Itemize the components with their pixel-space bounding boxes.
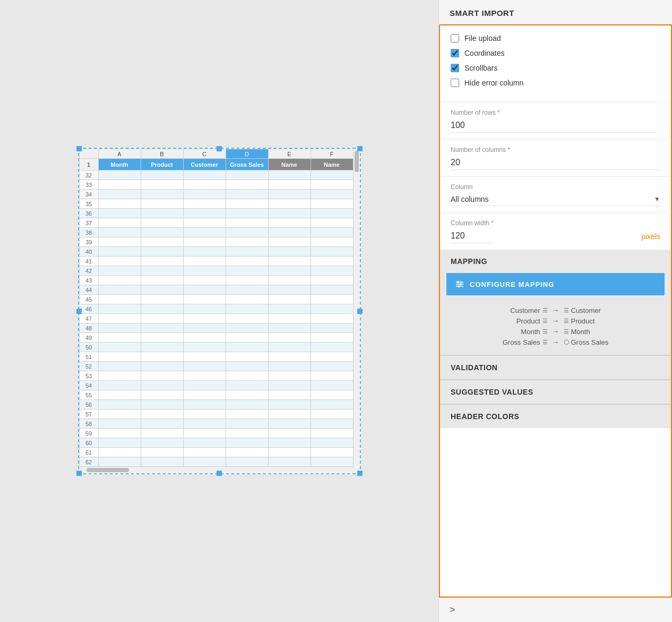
cell[interactable]: [183, 276, 226, 285]
cell[interactable]: [311, 419, 353, 429]
cell[interactable]: [98, 180, 141, 190]
file-upload-checkbox[interactable]: [451, 34, 459, 42]
cell[interactable]: [268, 199, 311, 209]
cell[interactable]: [183, 209, 226, 218]
cell[interactable]: [98, 333, 141, 343]
cell[interactable]: [141, 400, 183, 410]
cell[interactable]: [268, 247, 311, 257]
vertical-scrollbar[interactable]: [354, 149, 360, 467]
cell[interactable]: [268, 276, 311, 285]
cell[interactable]: [311, 247, 353, 257]
cell[interactable]: [141, 419, 183, 429]
cell[interactable]: [268, 457, 311, 467]
cell[interactable]: [268, 171, 311, 180]
cell[interactable]: [183, 266, 226, 276]
cell[interactable]: [311, 400, 353, 410]
cell[interactable]: [183, 257, 226, 266]
cell[interactable]: [268, 209, 311, 218]
cell[interactable]: [226, 362, 268, 371]
cell[interactable]: [98, 390, 141, 400]
column-select[interactable]: All columns Column A Column B Column C C…: [451, 195, 654, 203]
cell[interactable]: [226, 438, 268, 448]
cell[interactable]: [183, 295, 226, 304]
cell[interactable]: [141, 362, 183, 371]
cell[interactable]: [226, 266, 268, 276]
cell[interactable]: [141, 314, 183, 323]
cell[interactable]: [183, 390, 226, 400]
cell[interactable]: [141, 410, 183, 419]
cell[interactable]: [183, 429, 226, 438]
cell[interactable]: [311, 237, 353, 247]
cell[interactable]: [98, 457, 141, 467]
cell[interactable]: [311, 410, 353, 419]
handle-top-right[interactable]: [357, 146, 363, 151]
cell[interactable]: [183, 199, 226, 209]
cell[interactable]: [311, 257, 353, 266]
vertical-scrollbar-thumb[interactable]: [355, 151, 359, 172]
cell[interactable]: [183, 314, 226, 323]
cell[interactable]: [183, 228, 226, 237]
cell[interactable]: [141, 323, 183, 333]
cell[interactable]: [141, 343, 183, 352]
cell[interactable]: [141, 266, 183, 276]
cell[interactable]: [226, 285, 268, 295]
cell[interactable]: [183, 190, 226, 199]
cell[interactable]: [98, 314, 141, 323]
cell[interactable]: [141, 457, 183, 467]
cell[interactable]: [311, 438, 353, 448]
cell[interactable]: [268, 448, 311, 457]
cell[interactable]: [226, 247, 268, 257]
cell[interactable]: [226, 228, 268, 237]
cell[interactable]: [311, 266, 353, 276]
cell[interactable]: [311, 333, 353, 343]
cell[interactable]: [226, 371, 268, 381]
cell[interactable]: [226, 323, 268, 333]
cell[interactable]: [226, 390, 268, 400]
cell[interactable]: [226, 199, 268, 209]
cell[interactable]: [226, 381, 268, 390]
cell[interactable]: [141, 190, 183, 199]
column-width-input[interactable]: [451, 229, 493, 243]
cell[interactable]: [311, 304, 353, 314]
handle-top-center[interactable]: [217, 146, 222, 151]
cell[interactable]: [98, 419, 141, 429]
cell[interactable]: [98, 400, 141, 410]
cell[interactable]: [98, 285, 141, 295]
cell[interactable]: [98, 410, 141, 419]
cell[interactable]: [226, 410, 268, 419]
cell[interactable]: [183, 218, 226, 228]
cell[interactable]: [311, 228, 353, 237]
cell[interactable]: [98, 171, 141, 180]
cell[interactable]: [311, 171, 353, 180]
cell[interactable]: [311, 352, 353, 362]
cell[interactable]: [311, 429, 353, 438]
hide-error-checkbox[interactable]: [451, 79, 459, 87]
cell[interactable]: [226, 171, 268, 180]
cell[interactable]: [98, 371, 141, 381]
cell[interactable]: [141, 218, 183, 228]
cell[interactable]: [98, 276, 141, 285]
cell[interactable]: [183, 371, 226, 381]
cell[interactable]: [141, 390, 183, 400]
validation-section[interactable]: VALIDATION: [440, 355, 671, 379]
cell[interactable]: [98, 266, 141, 276]
cell[interactable]: [226, 257, 268, 266]
cell[interactable]: [98, 323, 141, 333]
cell[interactable]: [268, 304, 311, 314]
cell[interactable]: [98, 237, 141, 247]
handle-bottom-center[interactable]: [217, 471, 222, 476]
cell[interactable]: [311, 314, 353, 323]
cell[interactable]: [98, 295, 141, 304]
handle-middle-right[interactable]: [357, 309, 363, 314]
cell[interactable]: [98, 304, 141, 314]
cell[interactable]: [311, 190, 353, 199]
cell[interactable]: [268, 429, 311, 438]
cell[interactable]: [226, 314, 268, 323]
cell[interactable]: [226, 209, 268, 218]
cell[interactable]: [141, 295, 183, 304]
cell[interactable]: [268, 381, 311, 390]
cell[interactable]: [183, 333, 226, 343]
cell[interactable]: [141, 381, 183, 390]
cell[interactable]: [183, 400, 226, 410]
cell[interactable]: [183, 457, 226, 467]
